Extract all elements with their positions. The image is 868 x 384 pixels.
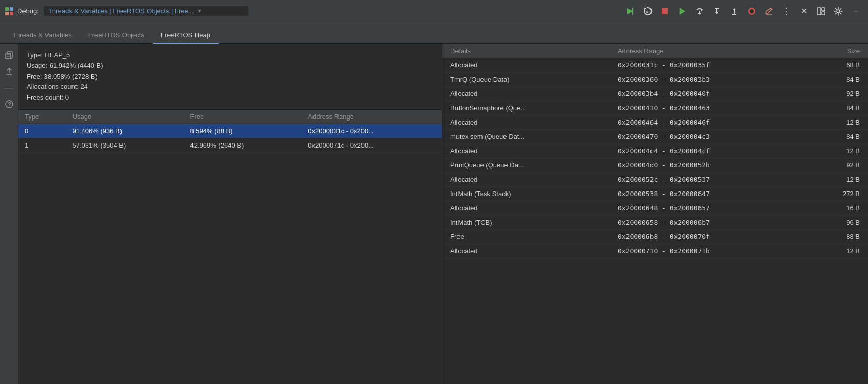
right-table-row[interactable]: ButtonSemaphore (Que... 0x20000410 - 0x2… <box>442 101 868 115</box>
cell-details: TmrQ (Queue Data) <box>442 73 610 87</box>
stop-button[interactable] <box>657 3 673 19</box>
right-table-row[interactable]: Allocated 0x20000648 - 0x20000657 16 B <box>442 201 868 215</box>
tab-freertos-objects[interactable]: FreeRTOS Objects <box>80 27 153 44</box>
cell-address-range: 0x200003b4 - 0x2000040f <box>610 87 807 101</box>
cell-free: 8.594% (88 B) <box>184 124 302 138</box>
svg-rect-5 <box>662 8 668 14</box>
right-table-row[interactable]: Allocated 0x2000031c - 0x2000035f 68 B <box>442 58 868 73</box>
left-table-row[interactable]: 1 57.031% (3504 B) 42.969% (2640 B) 0x20… <box>18 138 442 152</box>
cell-address-range: 0x20000538 - 0x20000647 <box>610 187 807 201</box>
cell-address-range: 0x20000710 - 0x2000071b <box>610 244 807 258</box>
tab-threads-variables[interactable]: Threads & Variables <box>4 27 80 44</box>
cell-details: mutex sem (Queue Dat... <box>442 130 610 144</box>
cell-details: ButtonSemaphore (Que... <box>442 101 610 115</box>
settings-button[interactable] <box>830 3 847 19</box>
cell-address-range: 0x20000360 - 0x200003b3 <box>610 73 807 87</box>
svg-rect-19 <box>822 12 825 15</box>
record-button[interactable] <box>743 3 760 19</box>
cell-details: Allocated <box>442 58 610 73</box>
col-address-range-right: Address Range <box>610 44 807 58</box>
right-table-row[interactable]: TmrQ (Queue Data) 0x20000360 - 0x200003b… <box>442 73 868 87</box>
left-table-row[interactable]: 0 91.406% (936 B) 8.594% (88 B) 0x200003… <box>18 124 442 138</box>
title-tab-container[interactable]: Threads & Variables | FreeRTOS Objects |… <box>44 6 248 16</box>
cell-size: 12 B <box>807 173 868 187</box>
svg-text:R: R <box>646 10 648 14</box>
divider-separator: — <box>2 81 16 95</box>
cell-size: 84 B <box>807 73 868 87</box>
cell-address-range: 0x20000658 - 0x200006b7 <box>610 215 807 230</box>
sidebar-icons: — ? <box>0 44 18 384</box>
svg-point-20 <box>837 10 840 13</box>
cell-details: IntMath (TCB) <box>442 215 610 230</box>
info-free: Free: 38.058% (2728 B) <box>27 71 433 82</box>
cell-size: 272 B <box>807 187 868 201</box>
cell-size: 84 B <box>807 101 868 115</box>
right-table-row[interactable]: mutex sem (Queue Dat... 0x20000470 - 0x2… <box>442 130 868 144</box>
cell-details: Allocated <box>442 244 610 258</box>
cell-free: 42.969% (2640 B) <box>184 138 302 152</box>
right-table-row[interactable]: PrintQueue (Queue Da... 0x200004d0 - 0x2… <box>442 158 868 173</box>
right-table-row[interactable]: IntMath (TCB) 0x20000658 - 0x200006b7 96… <box>442 215 868 230</box>
col-address-range: Address Range <box>302 110 442 124</box>
right-table-row[interactable]: Allocated 0x20000464 - 0x2000046f 12 B <box>442 115 868 130</box>
right-panel: Details Address Range Size Allocated 0x2… <box>442 44 868 384</box>
step-into-button[interactable] <box>709 3 725 19</box>
right-table-row[interactable]: Allocated 0x200004c4 - 0x200004cf 12 B <box>442 144 868 158</box>
step-over-button[interactable] <box>691 3 708 19</box>
right-table-row[interactable]: Allocated 0x200003b4 - 0x2000040f 92 B <box>442 87 868 101</box>
resume-button[interactable] <box>622 3 638 19</box>
more-button[interactable]: ⋮ <box>778 3 794 19</box>
col-usage: Usage <box>66 110 184 124</box>
cell-address-range: 0x20000648 - 0x20000657 <box>610 201 807 215</box>
col-type: Type <box>18 110 66 124</box>
svg-marker-12 <box>733 8 736 10</box>
reset-button[interactable]: R <box>639 3 656 19</box>
svg-rect-17 <box>817 8 821 15</box>
col-size: Size <box>807 44 868 58</box>
cell-details: Free <box>442 230 610 244</box>
title-toolbar: R <box>622 3 864 19</box>
left-panel: Type: HEAP_5 Usage: 61.942% (4440 B) Fre… <box>18 44 442 384</box>
cell-size: 88 B <box>807 230 868 244</box>
play-button[interactable] <box>674 3 690 19</box>
title-dropdown-arrow[interactable]: ▾ <box>198 8 201 14</box>
close-button[interactable]: ✕ <box>795 3 812 19</box>
col-free: Free <box>184 110 302 124</box>
right-table-row[interactable]: IntMath (Task Stack) 0x20000538 - 0x2000… <box>442 187 868 201</box>
export-icon[interactable] <box>2 64 16 79</box>
cell-address-range: 0x20000464 - 0x2000046f <box>610 115 807 130</box>
cell-details: Allocated <box>442 144 610 158</box>
cell-size: 16 B <box>807 201 868 215</box>
right-table: Details Address Range Size Allocated 0x2… <box>442 44 868 384</box>
cell-details: IntMath (Task Stack) <box>442 187 610 201</box>
cell-size: 12 B <box>807 144 868 158</box>
cell-type: 0 <box>18 124 66 138</box>
minimize-button[interactable]: − <box>848 3 864 19</box>
cell-size: 12 B <box>807 115 868 130</box>
app-icon <box>4 6 14 16</box>
cell-type: 1 <box>18 138 66 152</box>
cell-address-range: 0x2000031c - 0x2000035f <box>610 58 807 73</box>
help-icon[interactable]: ? <box>2 97 16 111</box>
info-section: Type: HEAP_5 Usage: 61.942% (4440 B) Fre… <box>18 44 442 110</box>
layout-button[interactable] <box>813 3 829 19</box>
title-bar: Debug: Threads & Variables | FreeRTOS Ob… <box>0 0 868 22</box>
right-table-row[interactable]: Allocated 0x20000710 - 0x2000071b 12 B <box>442 244 868 258</box>
right-table-row[interactable]: Free 0x200006b8 - 0x2000070f 88 B <box>442 230 868 244</box>
cell-address-range: 0x2000052c - 0x20000537 <box>610 173 807 187</box>
info-allocations: Allocations count: 24 <box>27 82 433 92</box>
step-out-button[interactable] <box>726 3 742 19</box>
svg-text:?: ? <box>8 102 11 107</box>
copy-icon[interactable] <box>2 48 16 62</box>
svg-rect-0 <box>5 7 9 11</box>
cell-details: PrintQueue (Queue Da... <box>442 158 610 173</box>
svg-marker-9 <box>715 12 718 14</box>
cell-size: 84 B <box>807 130 868 144</box>
cell-size: 96 B <box>807 215 868 230</box>
cell-size: 12 B <box>807 244 868 258</box>
right-table-row[interactable]: Allocated 0x2000052c - 0x20000537 12 B <box>442 173 868 187</box>
tab-freertos-heap[interactable]: FreeRTOS Heap <box>153 27 219 44</box>
cell-size: 92 B <box>807 158 868 173</box>
edit-button[interactable] <box>761 3 777 19</box>
cell-address-range: 0x200006b8 - 0x2000070f <box>610 230 807 244</box>
